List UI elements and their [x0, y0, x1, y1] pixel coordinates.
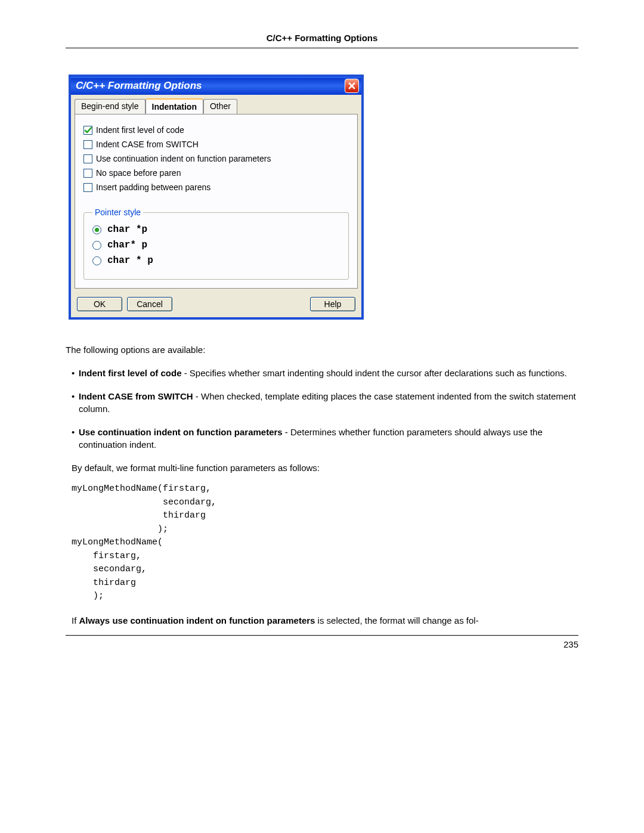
checkbox-row-indent-first-level: Indent first level of code [83, 125, 349, 135]
cancel-button[interactable]: Cancel [127, 297, 172, 311]
list-item: Use continuation indent on function para… [72, 426, 578, 451]
close-icon [348, 82, 355, 89]
radio-label: char * p [107, 255, 153, 266]
checkbox-no-space-paren[interactable] [83, 169, 92, 178]
trailing-paragraph: If Always use continuation indent on fun… [66, 614, 578, 627]
checkbox-indent-first-level[interactable] [83, 126, 92, 135]
radio-row-char-star-p: char *p [92, 224, 340, 235]
page-number: 235 [66, 636, 578, 667]
body-text: The following options are available: Ind… [66, 343, 578, 627]
option-list: Indent first level of code - Specifies w… [66, 367, 578, 451]
checkbox-row-continuation-indent: Use continuation indent on function para… [83, 154, 349, 163]
ok-button[interactable]: OK [77, 297, 122, 311]
help-button[interactable]: Help [310, 297, 355, 311]
trailing-prefix: If [72, 615, 79, 625]
tab-begin-end-style[interactable]: Begin-end style [75, 99, 145, 114]
tab-indentation[interactable]: Indentation [145, 98, 203, 114]
checkbox-continuation-indent[interactable] [83, 154, 92, 163]
formatting-options-dialog: C/C++ Formatting Options Begin-end style… [69, 75, 364, 320]
code-example: myLongMethodName(firstarg, secondarg, th… [72, 482, 578, 603]
checkbox-label: Indent CASE from SWITCH [96, 140, 199, 149]
checkbox-label: Insert padding between parens [96, 182, 210, 192]
option-desc: - Specifies whether smart indenting shou… [182, 368, 567, 378]
tabs-row: Begin-end style Indentation Other [71, 95, 361, 114]
radio-label: char *p [107, 224, 147, 235]
page-header-title: C/C++ Formatting Options [66, 33, 578, 48]
dialog-screenshot: C/C++ Formatting Options Begin-end style… [69, 75, 578, 320]
pointer-style-legend: Pointer style [92, 208, 143, 217]
intro-line: The following options are available: [66, 343, 578, 356]
option-title: Indent CASE from SWITCH [79, 391, 193, 401]
header-rule [66, 48, 578, 48]
list-item: Indent first level of code - Specifies w… [72, 367, 578, 379]
checkbox-row-no-space-paren: No space before paren [83, 168, 349, 178]
list-item: Indent CASE from SWITCH - When checked, … [72, 390, 578, 415]
checkbox-padding-parens[interactable] [83, 183, 92, 192]
checkmark-icon [85, 127, 92, 134]
option-title: Indent first level of code [79, 368, 182, 378]
default-format-line: By default, we format multi-line functio… [66, 462, 578, 474]
checkbox-label: Use continuation indent on function para… [96, 154, 271, 163]
checkbox-label: Indent first level of code [96, 125, 184, 135]
close-button[interactable] [345, 79, 359, 93]
pointer-style-group: Pointer style char *p char* p char * p [83, 208, 349, 280]
radio-charstar-p[interactable] [92, 241, 101, 250]
radio-char-space-star-p[interactable] [92, 256, 101, 265]
checkbox-label: No space before paren [96, 168, 181, 178]
trailing-suffix: is selected, the format will change as f… [315, 615, 478, 625]
checkbox-row-indent-case: Indent CASE from SWITCH [83, 140, 349, 149]
dialog-titlebar: C/C++ Formatting Options [71, 77, 361, 95]
radio-row-char-space-star-p: char * p [92, 255, 340, 266]
radio-label: char* p [107, 240, 147, 250]
checkbox-indent-case[interactable] [83, 140, 92, 149]
checkbox-row-padding-parens: Insert padding between parens [83, 182, 349, 192]
dialog-button-row: OK Cancel Help [71, 292, 361, 317]
radio-char-star-p[interactable] [92, 225, 101, 234]
option-title: Use continuation indent on function para… [79, 427, 283, 437]
trailing-bold: Always use continuation indent on functi… [79, 615, 315, 625]
tab-other[interactable]: Other [203, 99, 237, 114]
dialog-title: C/C++ Formatting Options [76, 80, 202, 92]
radio-row-charstar-p: char* p [92, 240, 340, 250]
button-spacer [177, 297, 305, 311]
tab-panel-indentation: Indent first level of code Indent CASE f… [75, 114, 358, 289]
